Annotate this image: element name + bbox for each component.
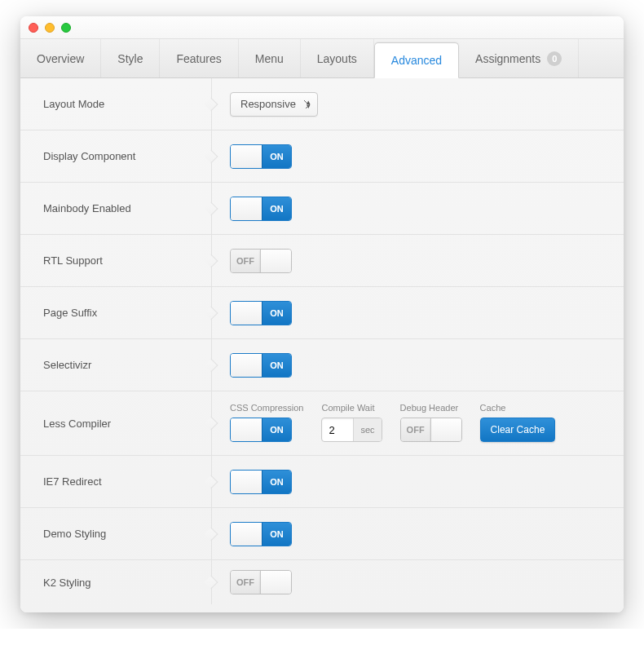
toggle-knob (260, 250, 291, 272)
toggle-knob (231, 302, 262, 325)
row-rtl-support: RTL Support OFF (20, 235, 624, 287)
settings-window: Overview Style Features Menu Layouts Adv… (20, 16, 624, 612)
tab-label: Overview (37, 52, 84, 65)
row-ie7-redirect: IE7 Redirect ON (20, 456, 624, 508)
toggle-state: OFF (231, 571, 260, 594)
toggle-knob (231, 197, 262, 220)
row-display-component: Display Component ON (20, 130, 624, 183)
sub-debug-header: Debug Header OFF (400, 403, 462, 442)
tab-style[interactable]: Style (101, 39, 160, 77)
row-label: Layout Mode (20, 78, 212, 130)
window-minimize-button[interactable] (45, 23, 55, 33)
toggle-state: ON (262, 354, 291, 377)
row-label: IE7 Redirect (20, 456, 212, 507)
row-demo-styling: Demo Styling ON (20, 508, 624, 560)
row-mainbody-enabled: Mainbody Enabled ON (20, 183, 624, 235)
row-label: Less Compiler (20, 391, 212, 455)
css-compression-toggle[interactable]: ON (230, 418, 292, 442)
toggle-knob (231, 471, 262, 493)
row-selectivizr: Selectivizr ON (20, 339, 624, 391)
tab-assignments[interactable]: Assignments 0 (459, 39, 579, 77)
toggle-state: ON (262, 418, 291, 441)
assignments-count-badge: 0 (547, 51, 562, 66)
sub-label: CSS Compression (230, 403, 303, 413)
tab-label: Menu (255, 52, 284, 65)
titlebar (20, 16, 624, 39)
row-page-suffix: Page Suffix ON (20, 287, 624, 339)
row-label: Page Suffix (20, 287, 212, 338)
toggle-state: ON (262, 197, 291, 220)
row-label: Demo Styling (20, 508, 212, 559)
tab-label: Layouts (317, 52, 357, 65)
layout-mode-select[interactable]: Responsive ▴▾ (230, 92, 318, 117)
row-k2-styling: K2 Styling OFF (20, 560, 624, 612)
window-close-button[interactable] (29, 23, 38, 33)
sub-label: Cache (480, 403, 556, 413)
toggle-knob (231, 523, 262, 546)
advanced-panel: Layout Mode Responsive ▴▾ Display Compon… (20, 78, 624, 612)
sub-label: Compile Wait (321, 403, 382, 413)
tab-advanced[interactable]: Advanced (374, 42, 459, 78)
tab-label: Style (117, 52, 143, 65)
tab-bar: Overview Style Features Menu Layouts Adv… (20, 39, 624, 78)
demo-styling-toggle[interactable]: ON (230, 522, 292, 546)
sub-compile-wait: Compile Wait sec (321, 403, 382, 442)
toggle-knob (231, 354, 262, 377)
tab-layouts[interactable]: Layouts (301, 39, 374, 77)
row-layout-mode: Layout Mode Responsive ▴▾ (20, 78, 624, 130)
rtl-support-toggle[interactable]: OFF (230, 249, 292, 273)
tab-label: Assignments (475, 52, 540, 65)
toggle-knob (260, 571, 291, 594)
selectivizr-toggle[interactable]: ON (230, 353, 292, 378)
toggle-knob (231, 418, 262, 441)
row-label: Display Component (20, 130, 212, 182)
sub-css-compression: CSS Compression ON (230, 403, 303, 442)
tab-features[interactable]: Features (160, 39, 238, 77)
row-label: K2 Styling (20, 560, 212, 604)
row-less-compiler: Less Compiler CSS Compression ON Compile… (20, 391, 624, 456)
toggle-knob (231, 145, 262, 168)
chevron-updown-icon: ▴▾ (307, 100, 311, 108)
toggle-state: ON (262, 145, 291, 168)
row-label: RTL Support (20, 235, 212, 286)
toggle-knob (430, 418, 461, 441)
ie7-redirect-toggle[interactable]: ON (230, 470, 292, 494)
window-zoom-button[interactable] (61, 23, 71, 33)
k2-styling-toggle[interactable]: OFF (230, 570, 292, 594)
page-suffix-toggle[interactable]: ON (230, 301, 292, 325)
tab-label: Advanced (391, 54, 442, 67)
toggle-state: ON (262, 523, 291, 546)
toggle-state: ON (262, 471, 291, 493)
compile-wait-input-wrap: sec (321, 418, 382, 442)
display-component-toggle[interactable]: ON (230, 144, 292, 169)
toggle-state: OFF (401, 418, 430, 441)
select-value: Responsive (240, 98, 296, 110)
mainbody-enabled-toggle[interactable]: ON (230, 197, 292, 221)
row-label: Mainbody Enabled (20, 183, 212, 234)
tab-overview[interactable]: Overview (20, 39, 101, 77)
compile-wait-suffix: sec (353, 418, 381, 441)
tab-label: Features (176, 52, 221, 65)
sub-label: Debug Header (400, 403, 462, 413)
toggle-state: OFF (231, 250, 260, 272)
tab-menu[interactable]: Menu (239, 39, 301, 77)
toggle-state: ON (262, 302, 291, 325)
row-label: Selectivizr (20, 339, 212, 391)
sub-cache: Cache Clear Cache (480, 403, 556, 442)
debug-header-toggle[interactable]: OFF (400, 418, 462, 442)
compile-wait-input[interactable] (322, 418, 353, 441)
clear-cache-button[interactable]: Clear Cache (480, 418, 556, 442)
